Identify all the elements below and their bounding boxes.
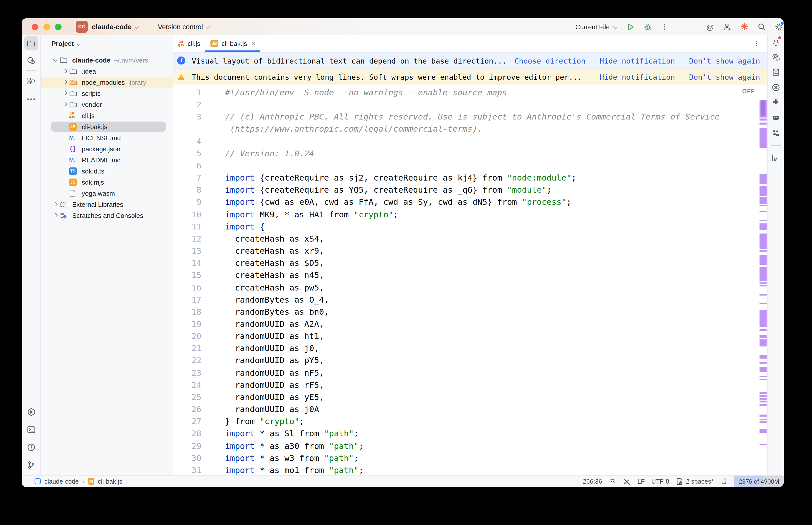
chevron-right-icon[interactable] (51, 200, 60, 208)
coverage-tool-window-button[interactable] (769, 81, 782, 94)
banner-link-hide-notification[interactable]: Hide notification (600, 73, 675, 81)
code-line[interactable]: 28import * as Sl from "path"; (173, 428, 767, 440)
add-user-button[interactable] (722, 22, 732, 32)
code-line[interactable]: 14 createHash as $D5, (173, 257, 767, 269)
code-line[interactable]: 6 (173, 160, 767, 172)
code-line[interactable]: 23 randomUUID as nF5, (173, 367, 767, 379)
code-line[interactable]: 17 randomBytes as O_4, (173, 294, 767, 306)
code-line[interactable]: 2 (173, 99, 767, 111)
line-number[interactable]: 24 (173, 379, 223, 391)
more-tool-windows-button[interactable] (24, 92, 38, 106)
code-line[interactable]: 25 randomUUID as yE5, (173, 391, 767, 403)
tree-item-sdk-d-ts[interactable]: TSsdk.d.ts (41, 165, 173, 177)
problems-tool-window-button[interactable] (24, 440, 38, 454)
line-number[interactable]: 18 (173, 306, 223, 318)
line-number[interactable]: 31 (173, 464, 223, 475)
line-number[interactable]: 26 (173, 403, 223, 416)
line-number[interactable]: 30 (173, 452, 223, 464)
tree-item-claude-code[interactable]: claude-code~/.nvm/vers (41, 55, 173, 65)
tree-item-package-json[interactable]: {}package.json (41, 143, 173, 154)
maven-tool-window-button[interactable]: M (769, 151, 782, 164)
line-number[interactable]: 22 (173, 355, 223, 367)
line-number[interactable]: 6 (173, 160, 223, 172)
line-number[interactable]: 7 (173, 172, 223, 184)
tree-item-readme-md[interactable]: M↓README.md (41, 154, 173, 165)
line-number[interactable]: 1 (173, 87, 223, 99)
settings-button[interactable] (774, 22, 784, 32)
structure-tool-window-button[interactable] (24, 74, 38, 88)
ai-assistant-button[interactable] (739, 22, 750, 32)
terminal-tool-window-button[interactable] (24, 423, 38, 437)
line-number[interactable]: 8 (173, 184, 223, 196)
encoding-widget[interactable]: UTF-8 (651, 478, 669, 485)
code-with-me-tool-window-button[interactable] (769, 126, 782, 139)
tree-item-scripts[interactable]: scripts (41, 88, 173, 99)
code-line[interactable]: 11import { (173, 221, 767, 233)
tree-item-scratches-and-consoles[interactable]: Scratches and Consoles (41, 210, 173, 221)
code-line[interactable]: 24 randomUUID as rF5, (173, 379, 767, 391)
chevron-right-icon[interactable] (61, 89, 69, 97)
at-mentions-icon[interactable]: @ (705, 22, 715, 32)
line-number[interactable]: 29 (173, 440, 223, 452)
line-number[interactable]: 21 (173, 343, 223, 355)
line-number[interactable]: 2 (173, 99, 223, 111)
tree-item-cli-js[interactable]: 10QJScli.js (41, 110, 173, 121)
banner-link-don-t-show-again[interactable]: Don't show again (689, 56, 760, 65)
project-tool-window-button[interactable] (24, 36, 38, 50)
line-number[interactable]: 14 (173, 257, 223, 269)
tree-item-license-md[interactable]: M↓LICENSE.md (41, 132, 173, 143)
code-line[interactable]: 13 createHash as xr9, (173, 245, 767, 257)
code-line[interactable]: 7import {createRequire as sj2, createReq… (173, 172, 767, 184)
tree-item-cli-bak-js[interactable]: JScli-bak.js (41, 121, 173, 132)
banner-link-hide-notification[interactable]: Hide notification (600, 56, 675, 65)
code-line[interactable]: 3// (c) Anthropic PBC. All rights reserv… (173, 111, 767, 123)
code-line[interactable]: 20 randomUUID as ht1, (173, 330, 767, 342)
line-number[interactable]: 13 (173, 245, 223, 257)
line-number[interactable]: 27 (173, 416, 223, 427)
breadcrumb-item[interactable]: claude-code (44, 478, 79, 485)
close-tab-icon[interactable]: × (252, 40, 255, 47)
memory-indicator[interactable]: 2376 of 4900M (734, 476, 784, 487)
line-number[interactable]: 19 (173, 318, 223, 330)
line-number[interactable]: 20 (173, 330, 223, 342)
code-line[interactable]: 16 createHash as pw5, (173, 282, 767, 294)
chevron-right-icon[interactable] (61, 100, 69, 108)
banner-link-don-t-show-again[interactable]: Don't show again (689, 73, 760, 81)
code-line[interactable]: 9import {cwd as e0A, cwd as FfA, cwd as … (173, 196, 767, 209)
code-line[interactable]: 15 createHash as n45, (173, 270, 767, 282)
debug-button[interactable] (643, 22, 652, 32)
code-line[interactable]: 29import * as a30 from "path"; (173, 440, 767, 452)
line-number[interactable]: 3 (173, 111, 223, 123)
line-number[interactable]: 16 (173, 282, 223, 294)
highlighting-status-widget[interactable]: OFF (742, 88, 755, 94)
vcs-menu[interactable]: Version control (158, 23, 210, 31)
run-configuration-selector[interactable]: Current File (575, 23, 617, 31)
code-line[interactable]: 22 randomUUID as pY5, (173, 355, 767, 367)
code-line[interactable]: 21 randomUUID as j0, (173, 343, 767, 355)
database-tool-window-button[interactable] (769, 65, 782, 79)
scrollbar-thumb[interactable] (761, 100, 765, 116)
code-line[interactable]: 1#!/usr/bin/env -S node --no-warnings --… (173, 87, 767, 99)
indent-widget[interactable]: 2 spaces* (676, 478, 713, 485)
editor-tab-cli-bak-js[interactable]: JScli-bak.js× (205, 35, 261, 52)
tab-options-button[interactable] (752, 35, 760, 52)
line-number[interactable]: 10 (173, 209, 223, 221)
line-number[interactable]: 17 (173, 294, 223, 306)
code-editor[interactable]: 1#!/usr/bin/env -S node --no-warnings --… (173, 85, 767, 475)
tree-item--idea[interactable]: .idea (41, 65, 173, 77)
copilot-status-icon[interactable] (609, 478, 616, 485)
line-number[interactable]: 12 (173, 233, 223, 245)
banner-link-choose-direction[interactable]: Choose direction (515, 56, 586, 65)
line-number[interactable]: 9 (173, 196, 223, 209)
notifications-button[interactable] (769, 35, 782, 48)
copilot-tool-window-button[interactable] (769, 111, 782, 124)
tree-item-sdk-mjs[interactable]: JSsdk.mjs (41, 177, 173, 188)
plugin-tool-window-button[interactable] (769, 96, 782, 109)
line-number[interactable]: 11 (173, 221, 223, 233)
tree-item-external-libraries[interactable]: External Libraries (41, 199, 173, 210)
code-line[interactable]: 30import * as w3 from "path"; (173, 452, 767, 464)
learn-tool-window-button[interactable] (24, 53, 38, 67)
code-line[interactable]: 19 randomUUID as A2A, (173, 318, 767, 330)
line-ending-widget[interactable]: LF (637, 478, 645, 485)
code-line[interactable]: 26 randomUUID as j0A (173, 403, 767, 416)
